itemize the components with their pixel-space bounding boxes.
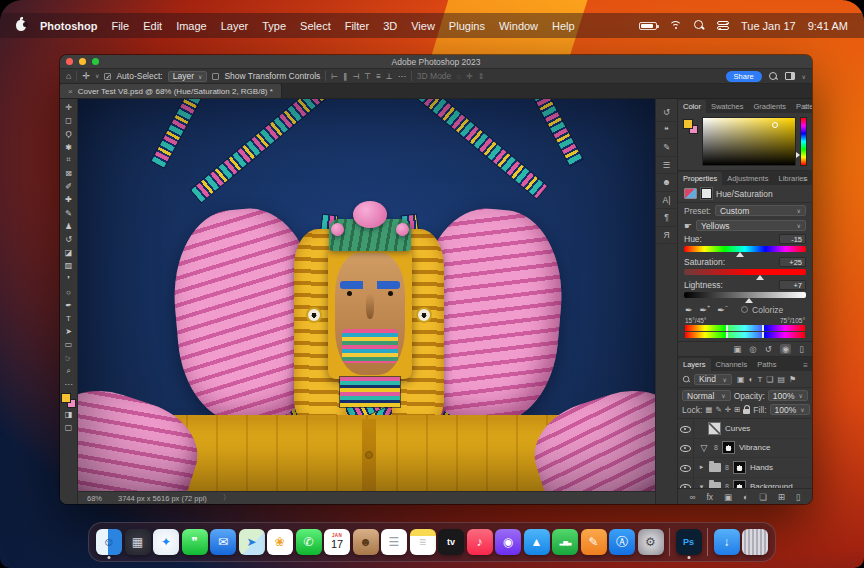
filter-type-icon[interactable]: T xyxy=(757,375,762,384)
filter-shape-icon[interactable]: ❏ xyxy=(766,375,773,384)
workspace-switcher-icon[interactable] xyxy=(785,72,795,80)
visibility-eye-icon[interactable] xyxy=(680,482,691,488)
rectangle-tool[interactable]: ▭ xyxy=(61,338,76,351)
curves-thumbnail[interactable] xyxy=(708,422,721,435)
lightness-slider[interactable] xyxy=(684,292,806,298)
dock-app-numbers[interactable]: ▂▅▃ xyxy=(552,529,578,555)
path-selection-tool[interactable]: ➤ xyxy=(61,325,76,338)
saturation-brightness-box[interactable] xyxy=(702,117,796,166)
apple-menu-icon[interactable] xyxy=(16,20,26,31)
blur-tool[interactable]: ❜ xyxy=(61,272,76,285)
dock-app-music[interactable]: ♪ xyxy=(467,529,493,555)
hue-strip-marker[interactable] xyxy=(796,152,800,158)
type-tool[interactable]: T xyxy=(61,312,76,325)
auto-select-target-dropdown[interactable]: Layer∨ xyxy=(168,71,208,82)
dock-app-pages[interactable]: ✎ xyxy=(581,529,607,555)
blend-mode-dropdown[interactable]: Normal∨ xyxy=(682,390,731,401)
lock-artboard-icon[interactable]: ⊞ xyxy=(734,405,740,414)
tab-swatches[interactable]: Swatches xyxy=(706,100,749,114)
visibility-eye-icon[interactable] xyxy=(680,423,691,433)
dock-app-reminders[interactable]: ☰ xyxy=(381,529,407,555)
hue-range-ramp-bottom[interactable] xyxy=(685,332,805,338)
lightness-value-field[interactable]: +7 xyxy=(779,280,806,290)
foreground-color-swatch[interactable] xyxy=(61,393,71,403)
menu-plugins[interactable]: Plugins xyxy=(449,20,485,32)
dock-app-calendar[interactable]: JAN17 xyxy=(324,529,350,555)
eyedropper-icon[interactable]: ✒ xyxy=(685,305,693,315)
eraser-tool[interactable]: ◪ xyxy=(61,246,76,259)
history-icon[interactable]: ↺ xyxy=(657,104,676,122)
menu-layer[interactable]: Layer xyxy=(221,20,249,32)
new-layer-icon[interactable]: ⊞ xyxy=(778,492,785,502)
healing-brush-tool[interactable]: ✚ xyxy=(61,193,76,206)
dock-app-messages[interactable]: ❞ xyxy=(182,529,208,555)
menu-edit[interactable]: Edit xyxy=(143,20,162,32)
lasso-tool[interactable]: Ϙ xyxy=(61,127,76,140)
filter-adjustment-icon[interactable]: ◐ xyxy=(749,375,754,384)
targeted-adjust-icon[interactable]: ☛ xyxy=(684,221,692,231)
reset-icon[interactable]: ↺ xyxy=(765,344,772,354)
dock-app-contacts[interactable]: ☻ xyxy=(353,529,379,555)
menu-select[interactable]: Select xyxy=(300,20,331,32)
menu-file[interactable]: File xyxy=(111,20,129,32)
group-collapsed-caret[interactable]: ▸ xyxy=(698,463,705,471)
filter-pin-icon[interactable]: ⚑ xyxy=(789,375,796,384)
glyphs-icon[interactable]: Я xyxy=(657,227,676,245)
colorize-checkbox[interactable] xyxy=(741,306,748,313)
hands-mask-thumbnail[interactable] xyxy=(733,461,746,474)
color-swatches[interactable] xyxy=(683,119,698,134)
hand-tool[interactable]: ☞ xyxy=(61,352,76,365)
status-options-chevron[interactable]: 〉 xyxy=(223,493,231,503)
link-layers-icon[interactable]: ∞ xyxy=(689,492,695,502)
align-top-icon[interactable]: ⊤ xyxy=(364,72,371,81)
previous-state-icon[interactable]: ◎ xyxy=(749,344,756,354)
dock-app-launchpad[interactable]: ▦ xyxy=(125,529,151,555)
lock-all-icon[interactable] xyxy=(743,409,750,414)
tab-layers[interactable]: Layers xyxy=(678,358,711,372)
comments-icon[interactable]: ❝ xyxy=(657,122,676,140)
zoom-level-field[interactable]: 68% xyxy=(87,494,102,503)
menu-image[interactable]: Image xyxy=(176,20,207,32)
panel-menu-icon[interactable]: ≡ xyxy=(803,361,808,370)
more-align-options-icon[interactable]: ⋯ xyxy=(398,72,406,81)
zoom-tool[interactable]: ⌕ xyxy=(61,365,76,378)
dock-app-notes[interactable]: ≡ xyxy=(410,529,436,555)
layer-row-background[interactable]: ▾ 8 Background xyxy=(678,478,812,489)
dock-app-photos[interactable]: ❀ xyxy=(267,529,293,555)
align-bottom-icon[interactable]: ⊥ xyxy=(386,72,393,81)
home-icon[interactable]: ⌂ xyxy=(66,72,71,81)
canvas[interactable] xyxy=(78,99,655,491)
align-right-icon[interactable]: ⊣ xyxy=(352,72,359,81)
menu-view[interactable]: View xyxy=(411,20,435,32)
layer-effects-icon[interactable]: fx xyxy=(706,492,713,502)
new-group-icon[interactable]: ❏ xyxy=(759,492,767,502)
spotlight-icon[interactable] xyxy=(694,20,705,31)
search-icon[interactable] xyxy=(769,72,778,81)
close-tab-icon[interactable]: × xyxy=(68,87,73,96)
new-adjustment-layer-icon[interactable]: ◐ xyxy=(743,492,748,502)
color-picker-ring[interactable] xyxy=(772,122,778,128)
menu-app-name[interactable]: Photoshop xyxy=(40,20,97,32)
dock-app-system-settings[interactable]: ⚙ xyxy=(638,529,664,555)
tab-adjustments[interactable]: Adjustments xyxy=(722,172,773,186)
dock-app-facetime[interactable]: ✆ xyxy=(296,529,322,555)
lock-position-icon[interactable]: ✛ xyxy=(725,405,731,414)
background-mask-thumbnail[interactable] xyxy=(733,480,746,488)
hue-range-ramp-top[interactable] xyxy=(685,325,805,331)
filter-image-icon[interactable]: ▣ xyxy=(737,375,745,384)
brush-settings-icon[interactable]: ✎ xyxy=(657,139,676,157)
pen-tool[interactable]: ✒ xyxy=(61,299,76,312)
orbit-3d-icon[interactable]: ◌ xyxy=(456,72,461,81)
crop-tool[interactable]: ⌗ xyxy=(61,154,76,167)
saturation-slider-thumb[interactable] xyxy=(756,275,764,280)
dock-app-mail[interactable]: ✉ xyxy=(210,529,236,555)
panel-menu-icon[interactable]: ≡ xyxy=(803,175,808,184)
menu-window[interactable]: Window xyxy=(499,20,538,32)
delete-adjustment-icon[interactable]: ▯ xyxy=(799,344,804,354)
wifi-icon[interactable] xyxy=(669,21,682,31)
saturation-slider[interactable] xyxy=(684,269,806,275)
share-button[interactable]: Share xyxy=(726,71,762,82)
tab-color[interactable]: Color xyxy=(678,100,706,114)
move-tool[interactable]: ✛ xyxy=(61,101,76,114)
dock-app-finder[interactable]: ☺ xyxy=(96,529,122,555)
